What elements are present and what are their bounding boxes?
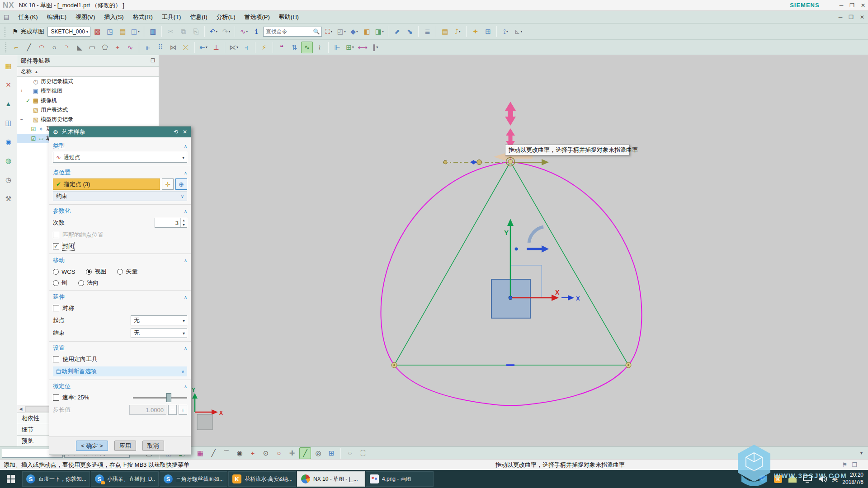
expand-icon[interactable]: ∨	[181, 194, 184, 199]
menu-格式[interactable]: 格式(R)	[128, 11, 157, 23]
menu-视图[interactable]: 视图(V)	[71, 11, 99, 23]
inferred-preferences-row[interactable]: 自动判断首选项 ∨	[53, 366, 187, 376]
fillet-icon[interactable]: ◝	[61, 42, 73, 53]
move-vector-radio[interactable]: 矢量	[117, 267, 137, 276]
dropdown-caret-icon[interactable]: ▾	[352, 45, 354, 49]
tree-row[interactable]: +▣模型视图	[17, 86, 159, 96]
line-icon[interactable]: ╱	[23, 42, 35, 53]
studio-spline-active-icon[interactable]: ∿	[301, 42, 313, 53]
circle-icon[interactable]: ○	[48, 42, 60, 53]
point-icon[interactable]: +	[112, 42, 123, 53]
restore-button[interactable]: ❐	[849, 2, 854, 9]
tree-checkbox-checked-icon[interactable]: ☑	[30, 126, 37, 132]
section-type[interactable]: 类型 ∧	[53, 142, 187, 150]
chamfer-icon[interactable]: ◣	[74, 42, 85, 53]
tree-row[interactable]: ▧用户表达式	[17, 105, 159, 115]
show-hide-icon[interactable]: ◧	[361, 26, 373, 38]
constraint-navigator-icon[interactable]: ✕	[2, 79, 15, 90]
collapse-icon[interactable]: ∧	[184, 346, 187, 351]
quadrant-snap-icon[interactable]: ○	[273, 447, 285, 459]
home-safety-icon[interactable]	[788, 474, 797, 484]
kuwo-tray-icon[interactable]: K	[773, 474, 783, 484]
offset-curve-icon[interactable]: ⫦	[142, 42, 154, 53]
status-window-icon[interactable]: ❒	[852, 461, 857, 468]
graphics-canvas[interactable]: Y X X Y X	[159, 55, 868, 446]
spline-point-top[interactable]	[508, 160, 513, 164]
section-point-location[interactable]: 点位置 ∧	[53, 169, 187, 177]
point-dialog-button[interactable]: ⊕	[175, 178, 187, 190]
move-face-icon[interactable]: ⬈	[391, 26, 403, 38]
dropdown-caret-icon[interactable]: ▾	[216, 29, 217, 33]
status-flag-icon[interactable]: ⚑	[842, 461, 848, 468]
dropdown-caret-icon[interactable]: ▾	[206, 45, 208, 49]
tree-row[interactable]: ◷历史记录模式	[17, 77, 159, 86]
menu-分析[interactable]: 分析(L)	[212, 11, 240, 23]
measure-distance-icon[interactable]: ⟟▾	[500, 26, 511, 38]
step-value-field[interactable]: 1.0000	[129, 405, 166, 415]
find-command-input[interactable]	[264, 28, 311, 35]
copy-icon[interactable]: ⧉	[177, 26, 189, 38]
dropdown-caret-icon[interactable]: ▾	[246, 29, 248, 33]
sketch-constraints-display-icon[interactable]: ▤	[117, 26, 128, 38]
auto-constrain-icon[interactable]: ⊞▾	[344, 42, 356, 53]
history-palette-icon[interactable]: ◷	[2, 174, 15, 185]
input-language-indicator[interactable]: 英	[832, 475, 838, 483]
relations-icon[interactable]: ❝	[276, 42, 288, 53]
tree-expander[interactable]: −	[19, 117, 24, 122]
toolbar-grip[interactable]	[5, 42, 8, 52]
tree-row[interactable]: −▧模型历史记录	[17, 115, 159, 124]
intersection-point-icon[interactable]: ⤫	[180, 42, 192, 53]
handle-arrowhead[interactable]	[542, 159, 549, 165]
display-sketch-constraints-icon[interactable]: ⫞	[241, 42, 252, 53]
studio-spline-icon[interactable]: ∿	[124, 42, 136, 53]
collapse-icon[interactable]: ∧	[184, 170, 187, 175]
tree-row[interactable]: ✓▤摄像机	[17, 96, 159, 105]
taskbar-app-button[interactable]: K花桥流水-高安&纳...	[228, 471, 296, 487]
dropdown-caret-icon[interactable]: ▾	[228, 29, 230, 33]
convert-to-reference-icon[interactable]: ⇅	[288, 42, 300, 53]
move-wcs-radio[interactable]: WCS	[53, 268, 75, 275]
make-symmetric-icon[interactable]: ⋉▾	[228, 42, 240, 53]
collapse-icon[interactable]: ∧	[184, 295, 187, 300]
dropdown-caret-icon[interactable]: ▾	[520, 29, 522, 33]
system-menu-icon[interactable]: ▤	[4, 14, 9, 20]
expand-icon[interactable]: ∨	[181, 369, 184, 374]
move-plane-radio[interactable]: 刨	[53, 279, 67, 287]
move-handle-head[interactable]	[542, 245, 549, 253]
rotate-handle-arc[interactable]	[529, 227, 543, 243]
y-axis-arrowhead[interactable]	[507, 219, 514, 226]
menu-编辑[interactable]: 编辑(E)	[42, 11, 71, 23]
polygon-icon[interactable]: ⬠	[99, 42, 111, 53]
info-icon[interactable]: ℹ	[250, 26, 262, 38]
symmetric-checkbox[interactable]: 对称	[53, 304, 187, 312]
menu-帮助[interactable]: 帮助(H)	[274, 11, 303, 23]
show-all-constraints-icon[interactable]: ⊩	[331, 42, 343, 53]
spinner-arrows-icon[interactable]: ▲▼	[180, 218, 187, 227]
layer-settings-icon[interactable]: ≣	[421, 26, 433, 38]
web-browser-icon[interactable]: ◉	[2, 136, 15, 147]
dropdown-caret-icon[interactable]: ▾	[356, 29, 358, 33]
section-parameterization[interactable]: 参数化 ∧	[53, 207, 187, 215]
pull-face-icon[interactable]: ⬊	[404, 26, 415, 38]
curvature-drag-handle[interactable]	[505, 102, 516, 148]
menu-首选项[interactable]: 首选项(P)	[240, 11, 274, 23]
cancel-button[interactable]: 取消	[142, 441, 164, 451]
orient-view-to-sketch-icon[interactable]: ◳	[104, 26, 116, 38]
rectangle-icon[interactable]: ▭	[86, 42, 98, 53]
dialog-title-bar[interactable]: ⚙ 艺术样条 ⟲ ✕	[49, 127, 191, 137]
minimize-button[interactable]: ─	[840, 2, 844, 9]
control-point-snap-icon[interactable]: ◉	[234, 447, 245, 459]
geometric-constraints-icon[interactable]: ⊥	[210, 42, 222, 53]
dropdown-caret-icon[interactable]: ▾	[330, 29, 332, 33]
tree-checkbox-checked-icon[interactable]: ☑	[30, 136, 37, 142]
fit-curve-icon[interactable]: ≀	[314, 42, 326, 53]
taskbar-app-button[interactable]: S三角牙螺丝截面如...	[160, 471, 227, 487]
arc-center-snap-icon[interactable]: ⊙	[260, 447, 272, 459]
dropdown-caret-icon[interactable]: ▾	[376, 45, 378, 49]
handle-end-point[interactable]	[443, 160, 447, 164]
continuous-auto-dim-icon[interactable]: ∥▾	[369, 42, 381, 53]
step-decrease-button[interactable]: −	[168, 405, 177, 415]
extension-start-combo[interactable]: 无	[131, 315, 187, 325]
slider-handle[interactable]	[166, 393, 171, 402]
hd3d-tools-icon[interactable]: ◍	[2, 155, 15, 166]
